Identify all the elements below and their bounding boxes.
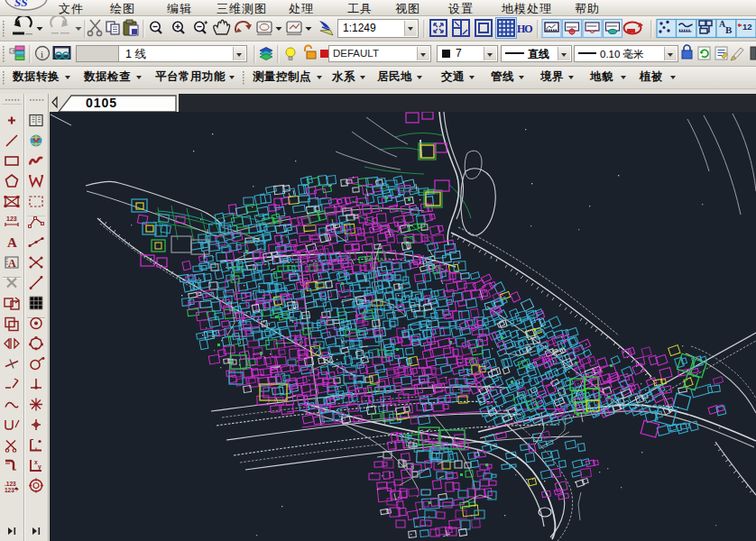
svg-text:12: 12 xyxy=(742,22,752,32)
svg-text:A: A xyxy=(7,235,17,250)
svg-text:B: B xyxy=(725,24,733,35)
svg-text:123: 123 xyxy=(6,215,17,222)
svg-text:SS: SS xyxy=(14,0,27,9)
svg-text:.123: .123 xyxy=(5,481,16,487)
svg-text:HO: HO xyxy=(517,23,532,35)
svg-text:y: y xyxy=(38,463,41,471)
svg-text:123: 123 xyxy=(5,487,14,493)
svg-text:i: i xyxy=(41,49,43,60)
svg-text:A: A xyxy=(8,257,16,270)
